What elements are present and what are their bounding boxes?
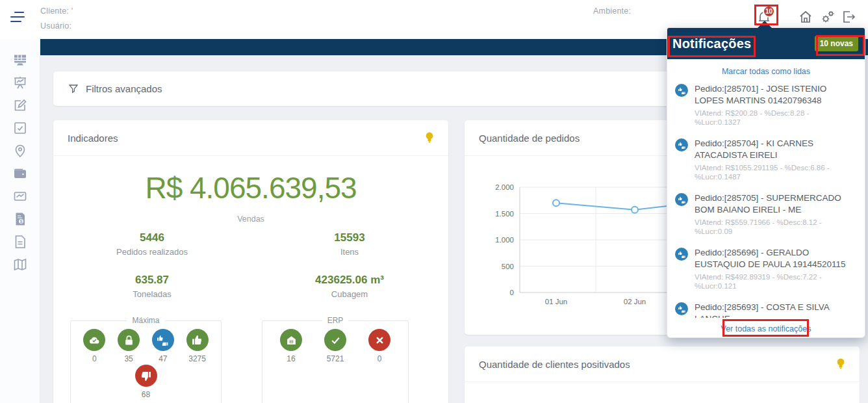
- thumb-down-icon[interactable]: [135, 365, 157, 387]
- lock-icon[interactable]: [118, 329, 140, 351]
- edit-icon[interactable]: [12, 98, 28, 113]
- notifications-list: Marcar todas como lidas Pedido:[285701] …: [667, 59, 865, 318]
- stat-itens: 15593 Itens: [251, 231, 448, 257]
- svg-text:02 Jun: 02 Jun: [624, 298, 646, 306]
- notification-count-badge: 10: [763, 5, 775, 18]
- dashboard-icon[interactable]: [12, 52, 28, 68]
- usuario-label: Usuário:: [40, 21, 71, 31]
- store-icon[interactable]: [280, 329, 302, 351]
- thumbs-up-down-icon: [675, 248, 688, 261]
- mark-all-read-link[interactable]: Marcar todas como lidas: [722, 67, 810, 76]
- indicadores-card: Indicadores R$ 4.065.639,53 Vendas 5446 …: [53, 120, 448, 403]
- cliente-label: Cliente: ': [40, 6, 73, 16]
- map-icon[interactable]: [12, 257, 28, 272]
- location-pin-icon[interactable]: [12, 143, 28, 159]
- pedidos-title: Quantidade de pedidos: [479, 133, 580, 144]
- thumbs-up-down-icon: [675, 138, 688, 151]
- sidebar: $: [0, 39, 40, 403]
- wallet-icon[interactable]: [12, 166, 28, 181]
- notification-item[interactable]: Pedido:[285696] - GERALDO EUSTAQUIO DE P…: [675, 247, 857, 291]
- vendas-label: Vendas: [53, 214, 448, 224]
- erp-group: ERP 16: [262, 316, 409, 403]
- svg-text:500: 500: [502, 263, 514, 270]
- lightbulb-icon[interactable]: [425, 131, 434, 144]
- notifications-panel: Notificações 10 novas Marcar todas como …: [667, 27, 865, 338]
- erp-store-stat: 16: [280, 329, 302, 363]
- svg-text:1.500: 1.500: [495, 210, 514, 218]
- maxima-thumbup-stat: 3275: [186, 329, 209, 363]
- maxima-lock-stat: 35: [118, 329, 140, 363]
- vendas-total-value: R$ 4.065.639,53: [53, 170, 448, 205]
- svg-text:0: 0: [510, 289, 514, 296]
- check-icon[interactable]: [324, 329, 346, 351]
- stat-pedidos: 5446 Pedidos realizados: [53, 231, 251, 257]
- cloud-check-icon[interactable]: [83, 329, 105, 351]
- maxima-cloud-stat: 0: [83, 329, 105, 363]
- thumbs-up-down-icon: [675, 84, 688, 97]
- lightbulb-icon[interactable]: [836, 358, 845, 370]
- notification-item[interactable]: Pedido:[285705] - SUPERMERCADO BOM BAIAN…: [675, 192, 857, 236]
- panel-pointer: [757, 21, 772, 29]
- notification-item[interactable]: Pedido:[285701] - JOSE ISTENIO LOPES MAR…: [675, 83, 857, 127]
- stat-cubagem: 423625.06 m³ Cubagem: [251, 274, 448, 299]
- logout-icon[interactable]: [841, 9, 856, 25]
- erp-check-stat: 5721: [324, 329, 346, 363]
- thumb-up-icon[interactable]: [186, 329, 209, 351]
- presentation-chart-icon[interactable]: [12, 75, 28, 90]
- erp-x-stat: 0: [368, 329, 390, 363]
- maxima-thumbs-stat: 47: [152, 329, 174, 363]
- svg-text:$: $: [19, 219, 22, 224]
- positivados-card: Quantidade de clientes positivados: [465, 346, 860, 403]
- svg-text:01 Jun: 01 Jun: [545, 298, 568, 306]
- notifications-title: Notificações: [672, 36, 751, 51]
- maxima-thumbdown-stat: 68: [135, 365, 157, 399]
- view-all-notifications-link[interactable]: Ver todas as notificações: [721, 324, 811, 333]
- svg-text:2.000: 2.000: [495, 183, 514, 191]
- menu-icon[interactable]: [10, 12, 27, 25]
- notifications-header: Notificações 10 novas: [667, 28, 865, 59]
- chart-line-icon[interactable]: [12, 188, 28, 204]
- indicadores-title: Indicadores: [68, 133, 118, 144]
- document-icon[interactable]: [12, 234, 28, 250]
- thumbs-up-down-icon: [675, 302, 688, 315]
- thumbs-up-down-icon: [675, 193, 688, 206]
- new-notifications-badge[interactable]: 10 novas: [815, 36, 858, 51]
- task-check-icon[interactable]: [12, 120, 28, 136]
- gears-icon[interactable]: [820, 9, 836, 25]
- notification-item[interactable]: Pedido:[285693] - COSTA E SILVA LANCHEVI…: [675, 302, 857, 318]
- funnel-icon: [68, 83, 79, 95]
- svg-text:1.000: 1.000: [495, 236, 514, 244]
- ambiente-label: Ambiente:: [593, 6, 631, 16]
- advanced-filters-label: Filtros avançados: [86, 83, 162, 94]
- indicator-stats: 5446 Pedidos realizados 15593 Itens 635.…: [53, 231, 448, 299]
- stat-toneladas: 635.87 Toneladas: [53, 274, 251, 299]
- maxima-group: Máxima 0: [70, 316, 222, 403]
- notification-item[interactable]: Pedido:[285704] - KI CARNES ATACADISTA E…: [675, 138, 857, 181]
- invoice-dollar-icon[interactable]: $: [12, 211, 28, 227]
- x-icon[interactable]: [368, 329, 390, 351]
- positivados-title: Quantidade de clientes positivados: [479, 359, 630, 370]
- thumbs-up-down-icon[interactable]: [152, 329, 174, 351]
- app-root: Cliente: ' Usuário: Ambiente: 10: [0, 0, 868, 403]
- home-icon[interactable]: [798, 9, 813, 25]
